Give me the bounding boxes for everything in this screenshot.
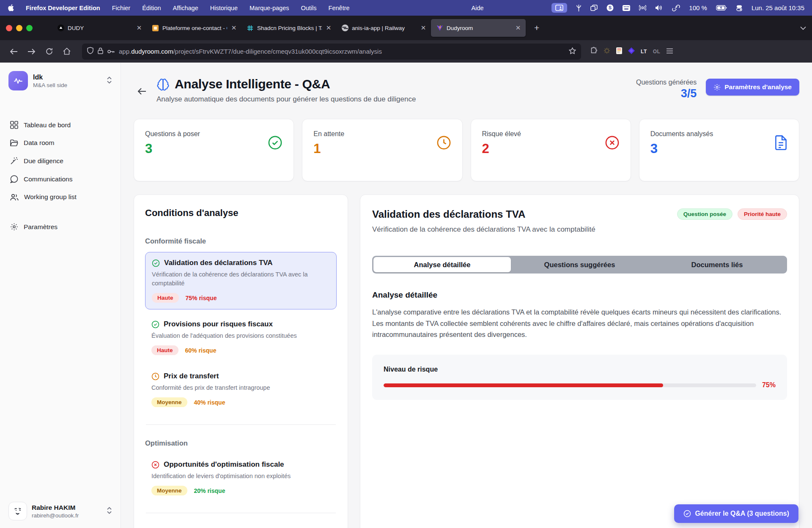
menu-fichier[interactable]: Fichier [112, 5, 131, 11]
tab-close-icon[interactable]: ✕ [230, 24, 237, 32]
extension-languagetool-icon[interactable]: LT [641, 49, 647, 55]
sidebar-item-settings[interactable]: Paramètres [7, 219, 114, 234]
analysis-section-title: Analyse détaillée [372, 290, 787, 300]
sidebar-item-data-room[interactable]: Data room [7, 136, 114, 150]
tab-railway[interactable]: anis-ia-app | Railway ✕ [336, 19, 431, 37]
bookmark-star-icon[interactable] [569, 47, 576, 56]
divider [146, 424, 336, 425]
workspace-switcher[interactable]: Idk M&A sell side [7, 70, 114, 91]
tab-close-icon[interactable]: ✕ [325, 24, 332, 32]
extension-ol-icon[interactable]: OL [653, 49, 661, 55]
users-icon [10, 194, 19, 201]
back-icon[interactable] [6, 44, 21, 59]
condition-validation-tva[interactable]: Validation des déclarations TVA Vérifica… [145, 252, 337, 309]
workspace-name: Idk [33, 74, 102, 81]
condition-prix-transfert[interactable]: Prix de transfert Conformité des prix de… [145, 366, 337, 413]
keyboard-icon[interactable] [623, 5, 630, 11]
sidebar-item-dashboard[interactable]: Tableau de bord [7, 118, 114, 132]
app-menu-hamburger-icon[interactable] [666, 48, 673, 55]
airplay-icon[interactable] [639, 4, 646, 11]
menubar-app-name[interactable]: Firefox Developer Edition [26, 5, 100, 11]
stat-risque-eleve: Risque élevé 2 [471, 119, 631, 181]
analysis-paragraph: L'analyse comparative entre les déclarat… [372, 306, 787, 340]
condition-opportunites-optimisation[interactable]: Opportunités d'optimisation fiscale Iden… [145, 454, 337, 502]
tab-close-icon[interactable]: ✕ [136, 24, 143, 32]
menu-edition[interactable]: Édition [142, 5, 161, 11]
arrow-left-icon [137, 88, 147, 95]
detail-subtitle: Vérification de la cohérence des déclara… [372, 225, 787, 234]
check-circle-icon [151, 320, 159, 328]
tab-one-contact[interactable]: Plateforme one-contact - Googl ✕ [147, 19, 241, 37]
tab-documents-lies[interactable]: Documents liés [648, 257, 786, 272]
new-tab-button[interactable]: + [531, 23, 543, 33]
x-circle-icon [605, 135, 620, 150]
close-window-button[interactable] [6, 25, 12, 31]
detail-panel: Validation des déclarations TVA Question… [360, 194, 799, 528]
gear-icon [713, 84, 721, 91]
back-button[interactable] [134, 83, 151, 100]
extension-notes-icon[interactable] [616, 47, 622, 56]
skype-icon[interactable]: S [606, 4, 614, 11]
menu-fenetre[interactable]: Fenêtre [329, 5, 350, 11]
volume-icon[interactable] [655, 5, 663, 11]
tab-close-icon[interactable]: ✕ [515, 24, 521, 32]
apple-menu-icon[interactable] [8, 4, 14, 11]
menu-outils[interactable]: Outils [301, 5, 317, 11]
screen-sharing-indicator-icon[interactable] [551, 3, 567, 13]
tab-analyse-detaillee[interactable]: Analyse détaillée [373, 257, 511, 272]
tab-dudyroom-active[interactable]: Dudyroom ✕ [431, 19, 526, 37]
fast-user-switch-icon[interactable] [736, 5, 743, 11]
browser-toolbar: app.dudyroom.com/project/sFtrvKWZT7/due-… [0, 40, 812, 63]
workspace-type: M&A sell side [33, 82, 102, 88]
user-menu[interactable]: Rabire HAKIM rabireh@outlook.fr [7, 500, 114, 522]
lock-icon[interactable] [98, 47, 103, 56]
hotspot-link-icon[interactable] [672, 5, 680, 11]
menu-historique[interactable]: Historique [210, 5, 238, 11]
extensions-puzzle-icon[interactable] [590, 47, 598, 56]
sidebar-item-due-diligence[interactable]: Due diligence [7, 153, 114, 168]
extension-diamond-icon[interactable] [628, 47, 635, 56]
brain-icon [156, 78, 170, 91]
battery-percent: 100 % [689, 4, 707, 11]
extension-dimmed-icon[interactable] [604, 47, 610, 56]
zoom-window-button[interactable] [26, 25, 33, 31]
risk-progress-track [384, 383, 756, 387]
user-name: Rabire HAKIM [32, 504, 102, 512]
dashboard-icon [10, 121, 18, 129]
tab-shadcn-pricing[interactable]: Shadcn Pricing Blocks | Tailark D ✕ [241, 19, 336, 37]
permissions-key-icon[interactable] [107, 48, 115, 55]
conditions-title: Conditions d'analyse [145, 208, 337, 219]
divider [146, 513, 336, 513]
page-title: Analyse Intelligente - Q&A [175, 77, 330, 91]
reload-icon[interactable] [41, 44, 57, 59]
sidebar-item-communications[interactable]: Communications [7, 172, 114, 186]
clock-icon [151, 372, 159, 380]
url-text[interactable]: app.dudyroom.com/project/sFtrvKWZT7/due-… [119, 48, 565, 55]
menu-marque-pages[interactable]: Marque-pages [250, 5, 289, 11]
shield-icon[interactable] [87, 47, 93, 56]
menu-affichage[interactable]: Affichage [173, 5, 198, 11]
sidebar-item-working-group[interactable]: Working group list [7, 190, 114, 204]
question-posee-badge: Question posée [677, 208, 732, 220]
chevrons-up-down-icon[interactable] [107, 507, 112, 516]
tab-questions-suggerees[interactable]: Questions suggérées [511, 257, 648, 272]
window-copy-icon[interactable] [590, 5, 598, 11]
severity-badge: Haute [152, 293, 179, 303]
forward-icon[interactable] [24, 44, 39, 59]
menubar-clock[interactable]: Lun. 25 août 10:35 [752, 4, 804, 11]
group-label-optimisation: Optimisation [145, 439, 337, 447]
tab-close-icon[interactable]: ✕ [420, 24, 427, 32]
generate-qa-button[interactable]: Générer le Q&A (3 questions) [674, 504, 798, 523]
microphone-icon[interactable] [576, 4, 582, 12]
home-icon[interactable] [59, 44, 74, 59]
menu-aide[interactable]: Aide [472, 5, 484, 11]
minimize-window-button[interactable] [16, 25, 22, 31]
chat-bubble-icon [10, 175, 18, 183]
url-bar[interactable]: app.dudyroom.com/project/sFtrvKWZT7/due-… [82, 44, 581, 60]
condition-provisions-risques[interactable]: Provisions pour risques fiscaux Évaluati… [145, 314, 337, 361]
chevrons-up-down-icon[interactable] [107, 77, 112, 85]
list-all-tabs-icon[interactable] [800, 24, 806, 32]
analysis-settings-button[interactable]: Paramètres d'analyse [706, 79, 799, 96]
risk-percent: 75% risque [186, 295, 217, 301]
tab-dudy[interactable]: DUDY ✕ [52, 19, 147, 37]
